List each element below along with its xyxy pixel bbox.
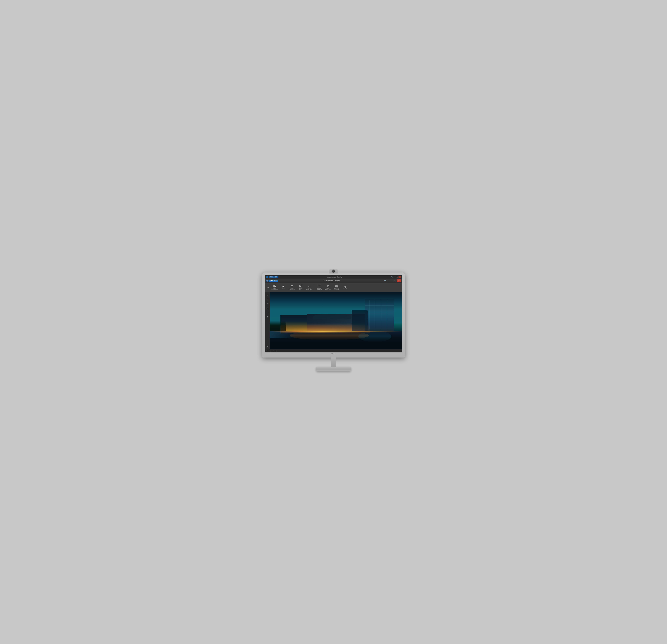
status-grid[interactable]: ⊞ bbox=[266, 350, 267, 352]
app-gear-icon bbox=[266, 280, 269, 282]
bg-search-icon: 🔍 bbox=[391, 276, 393, 278]
linear-icon bbox=[291, 285, 294, 288]
monitor-wrapper: ⚙ RENDER Architecture_Render 🔍 — □ ✕ ◀ ⊞… bbox=[262, 273, 405, 371]
monitor-bezel: ⚙ RENDER Architecture_Render 🔍 — □ ✕ ◀ ⊞… bbox=[262, 273, 405, 357]
svg-rect-29 bbox=[336, 286, 336, 287]
title-bar-controls: 🔍 — □ ✕ bbox=[383, 279, 401, 282]
monitor-stand-neck bbox=[329, 357, 338, 367]
svg-rect-30 bbox=[337, 286, 338, 287]
mate-label: Mate bbox=[282, 288, 285, 290]
bg-maximize-btn[interactable]: □ bbox=[396, 276, 397, 278]
toolbar-filter[interactable]: FilterComponents bbox=[323, 284, 332, 291]
screen-area: ⚙ RENDER Architecture_Render 🔍 — □ ✕ ◀ ⊞… bbox=[265, 275, 402, 352]
bg-title-bar: ⚙ RENDER Architecture_Render 🔍 — □ ✕ bbox=[265, 275, 402, 278]
gear-svg bbox=[266, 280, 268, 281]
window-title: Architecture_Render bbox=[280, 280, 383, 282]
status-zoom[interactable]: ↕ bbox=[273, 350, 274, 352]
mate-icon bbox=[282, 285, 285, 288]
insert-icon bbox=[273, 285, 276, 288]
status-nav[interactable]: ◀▶ bbox=[269, 350, 271, 352]
brand-label: DELL bbox=[331, 353, 336, 355]
move-icon bbox=[308, 285, 311, 288]
toolbar-smart[interactable]: SmartEditor bbox=[297, 284, 305, 291]
bg-render-badge: RENDER bbox=[269, 276, 278, 278]
toolbar-expand[interactable]: ExpandComponent bbox=[315, 284, 323, 291]
move-label: MoveComponent bbox=[306, 288, 312, 290]
back-btn[interactable]: ◀ bbox=[266, 286, 270, 289]
monitor-stand-base bbox=[316, 367, 351, 371]
render-canvas bbox=[270, 292, 402, 349]
tower-band-3 bbox=[365, 319, 394, 319]
tower-line-2 bbox=[375, 301, 375, 329]
sidebar-layer-btn[interactable]: ⊞ bbox=[266, 306, 269, 310]
title-bar: RENDER Architecture_Render 🔍 — □ ✕ bbox=[265, 278, 402, 283]
minimize-btn[interactable]: — bbox=[389, 279, 392, 282]
svg-point-8 bbox=[282, 286, 283, 287]
status-3d[interactable]: ◉ bbox=[276, 350, 277, 352]
sidebar-menu-btn[interactable]: ☰ bbox=[266, 315, 269, 319]
toolbar-reference[interactable]: ReferenceGeometry bbox=[332, 284, 340, 291]
sidebar: ◀ ☐ ✎ ⊞ ↩ ☰ 🗑 bbox=[265, 292, 270, 349]
ground-plane bbox=[270, 331, 402, 349]
close-btn[interactable]: ✕ bbox=[397, 279, 401, 282]
svg-rect-3 bbox=[275, 285, 276, 286]
svg-rect-28 bbox=[337, 285, 338, 286]
canvas-area[interactable] bbox=[270, 292, 402, 349]
sidebar-delete-btn[interactable]: 🗑 bbox=[266, 344, 269, 348]
sidebar-edit-btn[interactable]: ✎ bbox=[266, 302, 269, 306]
toolbar-instant3d[interactable]: Instant 3D bbox=[341, 284, 349, 291]
toolbar: ◀ InsertComponents bbox=[265, 283, 402, 292]
tower-line-3 bbox=[381, 301, 381, 329]
webcam-bump bbox=[329, 269, 338, 273]
status-items: ⊞ ◀▶ ↕ ◉ bbox=[266, 350, 277, 352]
toolbar-mate[interactable]: Mate bbox=[279, 284, 287, 291]
bg-render-icon: ⚙ bbox=[266, 276, 268, 278]
bg-close-btn[interactable]: ✕ bbox=[398, 276, 401, 278]
toolbar-insert[interactable]: InsertComponents bbox=[270, 284, 279, 291]
instant3d-label: Instant 3D bbox=[342, 288, 347, 290]
svg-point-17 bbox=[308, 286, 309, 287]
tower-band-1 bbox=[365, 305, 394, 306]
maximize-btn[interactable]: □ bbox=[393, 279, 396, 282]
reference-label: ReferenceGeometry bbox=[334, 288, 339, 290]
expand-label: ExpandComponent bbox=[316, 288, 322, 290]
smart-label: SmartEditor bbox=[299, 288, 302, 290]
svg-marker-16 bbox=[310, 286, 311, 287]
lower-bezel: DELL bbox=[265, 352, 402, 355]
linear-label: LinearComponents bbox=[289, 288, 295, 290]
webcam-lens bbox=[332, 270, 335, 273]
sidebar-collapse-btn[interactable]: ◀ bbox=[266, 293, 269, 296]
toolbar-move[interactable]: MoveComponent bbox=[305, 284, 313, 291]
status-bar: ⊞ ◀▶ ↕ ◉ bbox=[265, 349, 402, 352]
search-btn[interactable]: 🔍 bbox=[383, 279, 387, 282]
street-light-line bbox=[270, 331, 402, 332]
instant3d-icon bbox=[343, 285, 346, 288]
app-logo: RENDER bbox=[266, 280, 278, 282]
main-content: ◀ ☐ ✎ ⊞ ↩ ☰ 🗑 bbox=[265, 292, 402, 349]
app-window: RENDER Architecture_Render 🔍 — □ ✕ ◀ bbox=[265, 278, 402, 352]
reference-icon bbox=[335, 285, 338, 288]
svg-rect-2 bbox=[274, 285, 275, 286]
filter-icon bbox=[326, 285, 329, 288]
insert-label: InsertComponents bbox=[272, 288, 278, 290]
expand-icon bbox=[318, 285, 320, 288]
smart-icon bbox=[299, 285, 302, 288]
toolbar-linear[interactable]: LinearComponents bbox=[288, 284, 296, 291]
render-badge: RENDER bbox=[269, 280, 278, 282]
sidebar-select-btn[interactable]: ☐ bbox=[266, 297, 269, 301]
sidebar-undo-btn[interactable]: ↩ bbox=[266, 311, 269, 315]
filter-label: FilterComponents bbox=[325, 288, 331, 290]
svg-rect-4 bbox=[274, 286, 275, 287]
roof-curve bbox=[313, 314, 351, 319]
bg-minimize-btn[interactable]: — bbox=[394, 276, 396, 278]
bg-title: Architecture_Render bbox=[279, 276, 390, 278]
svg-point-1 bbox=[267, 280, 267, 281]
svg-rect-27 bbox=[336, 285, 336, 286]
